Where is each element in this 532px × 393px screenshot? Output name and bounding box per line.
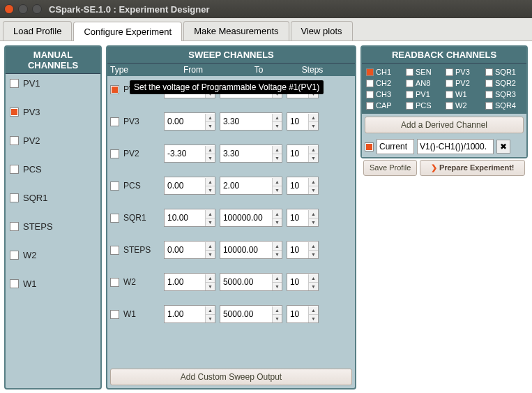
add-derived-channel-button[interactable]: Add a Derived Channel (365, 117, 524, 133)
sweep-checkbox-w2[interactable] (110, 278, 119, 287)
close-icon[interactable] (4, 4, 14, 14)
spinbox-up-icon[interactable]: ▲ (206, 178, 215, 186)
readback-checkbox-w1[interactable] (446, 91, 453, 98)
spinbox-input[interactable] (220, 149, 272, 158)
delete-derived-button[interactable]: ✖ (496, 140, 510, 154)
spinbox-up-icon[interactable]: ▲ (206, 210, 215, 218)
tab-view-plots[interactable]: View plots (291, 21, 353, 40)
spinbox-input[interactable] (287, 245, 308, 255)
spinbox-up-icon[interactable]: ▲ (309, 274, 318, 283)
spinbox-down-icon[interactable]: ▼ (309, 122, 318, 130)
spinbox-up-icon[interactable]: ▲ (273, 306, 282, 315)
tab-make-measurements[interactable]: Make Measurements (183, 21, 289, 40)
spinbox-input[interactable] (287, 213, 308, 223)
sweep-checkbox-w1[interactable] (110, 310, 119, 319)
sweep-checkbox-steps[interactable] (110, 246, 119, 255)
readback-checkbox-pcs[interactable] (406, 102, 413, 110)
spinbox-input[interactable] (165, 181, 205, 191)
minimize-icon[interactable] (18, 4, 28, 14)
spinbox[interactable]: ▲▼ (164, 273, 215, 291)
spinbox-input[interactable] (287, 277, 308, 287)
spinbox-input[interactable] (287, 181, 308, 191)
prepare-experiment-button[interactable]: Prepare Experiment! (420, 160, 525, 176)
spinbox-input[interactable] (165, 245, 205, 255)
spinbox-up-icon[interactable]: ▲ (273, 274, 282, 283)
maximize-icon[interactable] (32, 4, 42, 14)
spinbox-input[interactable] (165, 213, 205, 223)
spinbox-down-icon[interactable]: ▼ (206, 154, 215, 162)
spinbox-down-icon[interactable]: ▼ (206, 186, 215, 194)
readback-checkbox-pv3[interactable] (446, 68, 453, 76)
spinbox[interactable]: ▲▼ (287, 112, 319, 131)
spinbox-input[interactable] (165, 277, 205, 287)
spinbox-up-icon[interactable]: ▲ (309, 210, 318, 218)
readback-checkbox-cap[interactable] (366, 102, 374, 110)
spinbox-down-icon[interactable]: ▼ (206, 283, 215, 290)
spinbox[interactable]: ▲▼ (220, 241, 282, 259)
spinbox[interactable]: ▲▼ (287, 144, 319, 163)
readback-checkbox-an8[interactable] (406, 80, 413, 87)
spinbox[interactable]: ▲▼ (220, 273, 282, 291)
spinbox-up-icon[interactable]: ▲ (309, 306, 318, 315)
derived-expr-input[interactable] (417, 139, 494, 154)
derived-checkbox[interactable] (365, 142, 374, 151)
spinbox-up-icon[interactable]: ▲ (206, 306, 215, 315)
spinbox-up-icon[interactable]: ▲ (273, 178, 282, 186)
tab-load-profile[interactable]: Load Profile (3, 21, 72, 40)
spinbox-up-icon[interactable]: ▲ (273, 146, 282, 154)
readback-checkbox-sqr2[interactable] (485, 80, 493, 87)
spinbox-up-icon[interactable]: ▲ (206, 114, 215, 122)
readback-checkbox-pv2[interactable] (446, 80, 453, 87)
spinbox-down-icon[interactable]: ▼ (206, 122, 215, 130)
sweep-checkbox-pv3[interactable] (110, 117, 119, 126)
spinbox-up-icon[interactable]: ▲ (309, 242, 318, 251)
spinbox-input[interactable] (165, 149, 205, 158)
readback-checkbox-sqr3[interactable] (485, 91, 493, 98)
readback-checkbox-sqr1[interactable] (485, 68, 493, 76)
spinbox-down-icon[interactable]: ▼ (273, 283, 282, 290)
spinbox-down-icon[interactable]: ▼ (309, 218, 318, 226)
spinbox[interactable]: ▲▼ (164, 305, 215, 323)
spinbox-up-icon[interactable]: ▲ (206, 242, 215, 251)
spinbox-down-icon[interactable]: ▼ (206, 251, 215, 258)
spinbox[interactable]: ▲▼ (220, 112, 282, 131)
spinbox[interactable]: ▲▼ (287, 177, 319, 195)
spinbox-input[interactable] (220, 245, 272, 255)
spinbox[interactable]: ▲▼ (287, 273, 319, 291)
readback-checkbox-ch2[interactable] (366, 80, 374, 87)
spinbox-input[interactable] (220, 277, 272, 287)
manual-checkbox-pcs[interactable] (10, 165, 19, 174)
manual-checkbox-pv3[interactable] (10, 107, 19, 117)
spinbox-input[interactable] (165, 309, 205, 319)
spinbox[interactable]: ▲▼ (164, 144, 215, 163)
sweep-checkbox-sqr1[interactable] (110, 214, 119, 223)
save-profile-button[interactable]: Save Profile (363, 160, 417, 176)
derived-name-input[interactable] (377, 139, 414, 154)
spinbox[interactable]: ▲▼ (287, 209, 319, 227)
readback-checkbox-w2[interactable] (446, 102, 453, 110)
spinbox-input[interactable] (220, 181, 272, 191)
readback-checkbox-ch3[interactable] (366, 91, 374, 98)
sweep-checkbox-pv1[interactable] (110, 85, 119, 94)
spinbox-up-icon[interactable]: ▲ (206, 274, 215, 283)
spinbox-down-icon[interactable]: ▼ (206, 315, 215, 322)
spinbox-input[interactable] (287, 309, 308, 319)
spinbox-input[interactable] (220, 213, 272, 223)
manual-checkbox-pv2[interactable] (10, 136, 19, 145)
spinbox-up-icon[interactable]: ▲ (309, 114, 318, 122)
spinbox-input[interactable] (287, 117, 308, 126)
spinbox-input[interactable] (165, 117, 205, 126)
manual-checkbox-w1[interactable] (10, 279, 19, 288)
spinbox-down-icon[interactable]: ▼ (273, 154, 282, 162)
sweep-checkbox-pv2[interactable] (110, 149, 119, 158)
spinbox-up-icon[interactable]: ▲ (309, 146, 318, 154)
spinbox-down-icon[interactable]: ▼ (273, 315, 282, 322)
readback-checkbox-pv1[interactable] (406, 91, 413, 98)
spinbox-down-icon[interactable]: ▼ (309, 251, 318, 258)
manual-checkbox-w2[interactable] (10, 251, 19, 260)
spinbox-input[interactable] (220, 117, 272, 126)
tab-configure-experiment[interactable]: Configure Experiment (73, 22, 182, 41)
spinbox-down-icon[interactable]: ▼ (273, 218, 282, 226)
spinbox-down-icon[interactable]: ▼ (309, 283, 318, 290)
spinbox-down-icon[interactable]: ▼ (309, 315, 318, 322)
